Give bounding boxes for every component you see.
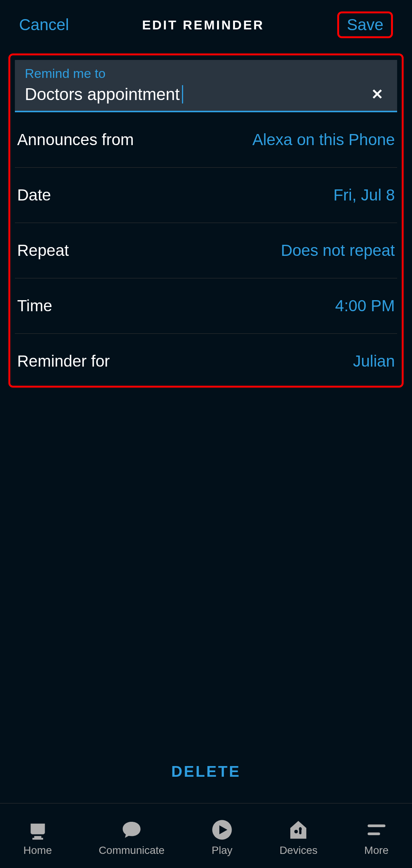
header: Cancel EDIT REMINDER Save <box>0 0 412 50</box>
nav-play-label: Play <box>212 844 232 857</box>
devices-icon <box>288 819 309 841</box>
announces-from-label: Announces from <box>17 131 134 149</box>
svg-rect-4 <box>367 824 385 827</box>
reminder-for-value: Julian <box>353 352 395 370</box>
time-label: Time <box>17 297 52 315</box>
save-button[interactable]: Save <box>337 11 393 38</box>
time-row[interactable]: Time 4:00 PM <box>15 278 397 334</box>
reminder-text-label: Remind me to <box>25 66 387 81</box>
reminder-form: Remind me to Doctors appointment ✕ Annou… <box>8 53 404 388</box>
nav-home[interactable]: Home <box>23 819 52 857</box>
time-value: 4:00 PM <box>335 297 395 315</box>
reminder-for-row[interactable]: Reminder for Julian <box>15 334 397 374</box>
svg-point-3 <box>299 827 302 830</box>
reminder-for-label: Reminder for <box>17 352 110 370</box>
nav-devices[interactable]: Devices <box>280 819 318 857</box>
repeat-value: Does not repeat <box>281 241 395 260</box>
announces-from-value: Alexa on this Phone <box>252 131 395 149</box>
reminder-text-value[interactable]: Doctors appointment <box>25 85 183 104</box>
nav-more-label: More <box>364 844 389 857</box>
repeat-label: Repeat <box>17 241 69 260</box>
nav-home-label: Home <box>23 844 52 857</box>
date-label: Date <box>17 186 51 204</box>
bottom-nav: Home Communicate Play Devices More <box>0 803 412 868</box>
nav-communicate[interactable]: Communicate <box>99 819 165 857</box>
announces-from-row[interactable]: Announces from Alexa on this Phone <box>15 112 397 168</box>
delete-button[interactable]: DELETE <box>0 763 412 780</box>
nav-devices-label: Devices <box>280 844 318 857</box>
nav-play[interactable]: Play <box>211 819 233 857</box>
reminder-text-content: Doctors appointment <box>25 85 180 104</box>
home-icon <box>27 819 48 841</box>
text-cursor <box>182 85 183 103</box>
play-icon <box>211 819 233 841</box>
svg-point-1 <box>295 830 298 833</box>
date-row[interactable]: Date Fri, Jul 8 <box>15 168 397 223</box>
repeat-row[interactable]: Repeat Does not repeat <box>15 223 397 278</box>
clear-text-icon[interactable]: ✕ <box>367 86 387 103</box>
nav-communicate-label: Communicate <box>99 844 165 857</box>
nav-more[interactable]: More <box>364 819 389 857</box>
date-value: Fri, Jul 8 <box>333 186 395 204</box>
communicate-icon <box>121 819 142 841</box>
more-icon <box>366 819 387 841</box>
svg-rect-5 <box>367 832 380 835</box>
page-title: EDIT REMINDER <box>142 18 264 32</box>
reminder-text-row: Doctors appointment ✕ <box>25 85 387 104</box>
cancel-button[interactable]: Cancel <box>19 16 69 34</box>
reminder-text-field[interactable]: Remind me to Doctors appointment ✕ <box>15 60 397 112</box>
